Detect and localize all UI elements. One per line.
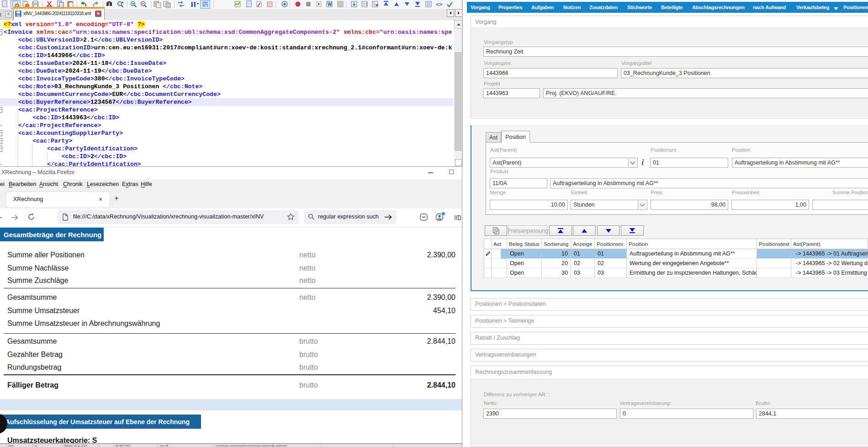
svg-text:<>: <>: [436, 2, 442, 8]
svg-text:W: W: [328, 2, 332, 7]
